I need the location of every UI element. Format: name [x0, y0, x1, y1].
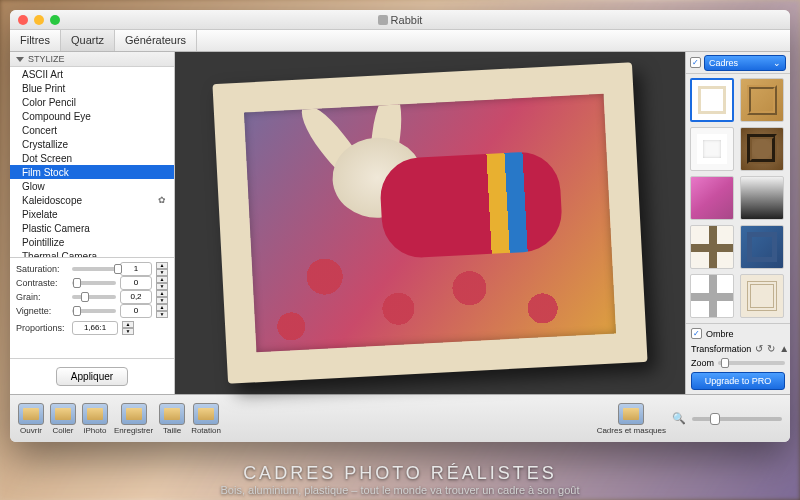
frames-icon: [618, 403, 644, 425]
tool-taille[interactable]: Taille: [159, 403, 185, 435]
frame-thumb-2[interactable]: [740, 78, 784, 122]
frame-thumb-8[interactable]: [740, 225, 784, 269]
frame-thumb-1[interactable]: [690, 78, 734, 122]
frame-thumb-3[interactable]: [690, 127, 734, 171]
tool-enregistrer[interactable]: Enregistrer: [114, 403, 153, 435]
param-slider[interactable]: [72, 309, 116, 313]
param-slider[interactable]: [72, 295, 116, 299]
frame-thumb-9[interactable]: [690, 274, 734, 318]
gear-icon[interactable]: ✿: [158, 195, 166, 205]
param-row-0: Saturation:1▲▼: [16, 262, 168, 276]
param-stepper[interactable]: ▲▼: [156, 290, 168, 304]
close-icon[interactable]: [18, 15, 28, 25]
filter-item-concert[interactable]: Concert: [10, 123, 174, 137]
param-slider[interactable]: [72, 267, 116, 271]
frame-thumb-10[interactable]: [740, 274, 784, 318]
chevron-down-icon: ⌄: [773, 58, 781, 68]
frame-thumb-5[interactable]: [690, 176, 734, 220]
ombre-label: Ombre: [706, 329, 734, 339]
frame-thumb-7[interactable]: [690, 225, 734, 269]
tool-iphoto[interactable]: iPhoto: [82, 403, 108, 435]
app-window: Rabbit Filtres Quartz Générateurs STYLIZ…: [10, 10, 790, 442]
canvas[interactable]: [175, 52, 685, 394]
canvas-zoom-slider[interactable]: [692, 417, 782, 421]
marketing-sub: Bois, aluminium, plastique – tout le mon…: [0, 484, 800, 496]
parameters-panel: Saturation:1▲▼Contraste:0▲▼Grain:0,2▲▼Vi…: [10, 257, 174, 339]
tool-label: Rotation: [191, 426, 221, 435]
param-value[interactable]: 1: [120, 262, 152, 276]
param-label: Vignette:: [16, 306, 68, 316]
param-value[interactable]: 0: [120, 304, 152, 318]
frames-dropdown[interactable]: Cadres⌄: [704, 55, 786, 71]
tool-label: iPhoto: [84, 426, 107, 435]
tool-icon: [18, 403, 44, 425]
left-sidebar: STYLIZE ASCII ArtBlue PrintColor PencilC…: [10, 52, 175, 394]
tool-label: Ouvrir: [20, 426, 42, 435]
tool-label: Cadres et masques: [597, 426, 666, 435]
proportions-value[interactable]: 1,66:1: [72, 321, 118, 335]
tool-label: Taille: [163, 426, 181, 435]
tool-icon: [82, 403, 108, 425]
tool-icon: [193, 403, 219, 425]
tool-label: Enregistrer: [114, 426, 153, 435]
param-value[interactable]: 0,2: [120, 290, 152, 304]
filter-item-kaleidoscope[interactable]: Kaleidoscope✿: [10, 193, 174, 207]
filter-item-dot-screen[interactable]: Dot Screen: [10, 151, 174, 165]
param-row-1: Contraste:0▲▼: [16, 276, 168, 290]
tool-label: Coller: [53, 426, 74, 435]
rotate-ccw-icon[interactable]: ↺: [755, 343, 763, 354]
center-pane: [175, 52, 685, 394]
window-title: Rabbit: [10, 14, 790, 26]
frame-thumb-6[interactable]: [740, 176, 784, 220]
proportions-stepper[interactable]: ▲▼: [122, 321, 134, 335]
param-label: Grain:: [16, 292, 68, 302]
upgrade-button[interactable]: Upgrade to PRO: [691, 372, 785, 390]
zoom-icon[interactable]: [50, 15, 60, 25]
tool-ouvrir[interactable]: Ouvrir: [18, 403, 44, 435]
ombre-checkbox[interactable]: ✓: [691, 328, 702, 339]
proportions-label: Proportions:: [16, 323, 68, 333]
param-stepper[interactable]: ▲▼: [156, 276, 168, 290]
tab-filtres[interactable]: Filtres: [10, 30, 61, 51]
param-proportions: Proportions: 1,66:1 ▲▼: [16, 321, 168, 335]
photo-preview: [244, 94, 616, 353]
tool-icon: [50, 403, 76, 425]
minimize-icon[interactable]: [34, 15, 44, 25]
titlebar: Rabbit: [10, 10, 790, 30]
filter-item-plastic-camera[interactable]: Plastic Camera: [10, 221, 174, 235]
transformation-label: Transformation: [691, 344, 751, 354]
filter-item-ascii-art[interactable]: ASCII Art: [10, 67, 174, 81]
frame-thumb-4[interactable]: [740, 127, 784, 171]
tab-quartz[interactable]: Quartz: [61, 30, 115, 51]
filter-item-pointillize[interactable]: Pointillize: [10, 235, 174, 249]
filter-item-glow[interactable]: Glow: [10, 179, 174, 193]
frames-enable-checkbox[interactable]: ✓: [690, 57, 701, 68]
filter-item-thermal-camera[interactable]: Thermal Camera: [10, 249, 174, 257]
tool-icon: [121, 403, 147, 425]
tool-cadres-masques[interactable]: Cadres et masques: [597, 403, 666, 435]
filter-item-color-pencil[interactable]: Color Pencil: [10, 95, 174, 109]
filter-item-compound-eye[interactable]: Compound Eye: [10, 109, 174, 123]
filter-item-crystallize[interactable]: Crystallize: [10, 137, 174, 151]
frames-grid: [686, 74, 790, 323]
apply-button[interactable]: Appliquer: [56, 367, 128, 386]
top-tabs: Filtres Quartz Générateurs: [10, 30, 790, 52]
tool-coller[interactable]: Coller: [50, 403, 76, 435]
param-slider[interactable]: [72, 281, 116, 285]
filter-list: ASCII ArtBlue PrintColor PencilCompound …: [10, 67, 174, 257]
param-value[interactable]: 0: [120, 276, 152, 290]
param-row-3: Vignette:0▲▼: [16, 304, 168, 318]
filter-item-blue-print[interactable]: Blue Print: [10, 81, 174, 95]
frame-zoom-slider[interactable]: [718, 361, 785, 365]
rotate-cw-icon[interactable]: ↻: [767, 343, 775, 354]
flip-h-icon[interactable]: ▲: [779, 343, 789, 354]
param-label: Saturation:: [16, 264, 68, 274]
tool-rotation[interactable]: Rotation: [191, 403, 221, 435]
filter-item-pixelate[interactable]: Pixelate: [10, 207, 174, 221]
filter-section-header[interactable]: STYLIZE: [10, 52, 174, 67]
tab-generateurs[interactable]: Générateurs: [115, 30, 197, 51]
filter-item-film-stock[interactable]: Film Stock: [10, 165, 174, 179]
search-icon[interactable]: 🔍: [672, 412, 686, 425]
param-stepper[interactable]: ▲▼: [156, 262, 168, 276]
param-stepper[interactable]: ▲▼: [156, 304, 168, 318]
